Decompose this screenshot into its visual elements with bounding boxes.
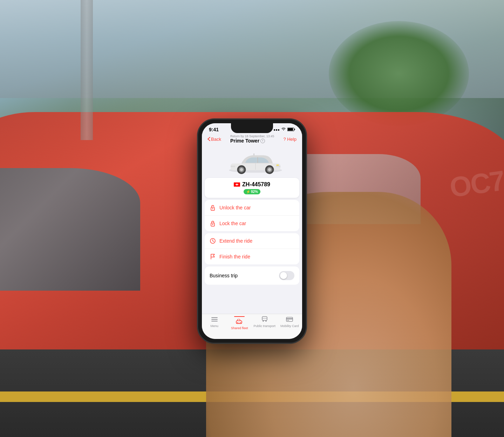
nav-bar: Back Return by 18 September, 13:45 Prime…	[202, 134, 302, 146]
flag-icon	[210, 254, 216, 260]
phone-shell: 9:41 ●●● Back Return b	[198, 119, 306, 343]
battery-badge: ⚡ 92%	[244, 189, 260, 194]
phone: 9:41 ●●● Back Return b	[198, 119, 306, 343]
menu-tab-icon	[211, 316, 218, 324]
battery-bolt-icon: ⚡	[246, 190, 250, 194]
svg-rect-39	[286, 318, 293, 319]
pillar	[81, 0, 93, 140]
car-info-card: ZH-445789 ⚡ 92%	[205, 178, 299, 198]
car-display	[202, 146, 302, 178]
battery-icon	[287, 127, 295, 132]
nav-subtitle: Return by 18 September, 13:45	[230, 134, 274, 138]
phone-notch	[231, 123, 273, 133]
tab-menu[interactable]: Menu	[202, 316, 227, 328]
help-icon: ?	[283, 137, 286, 142]
business-trip-label: Business trip	[210, 273, 238, 278]
wifi-icon	[281, 127, 286, 132]
back-button[interactable]: Back	[207, 137, 221, 142]
svg-point-31	[240, 323, 241, 324]
mobility-card-tab-icon	[286, 316, 293, 324]
shared-fleet-tab-label: Shared fleet	[231, 326, 248, 330]
back-label: Back	[211, 137, 221, 142]
svg-point-20	[212, 208, 213, 209]
clock-icon	[210, 238, 216, 244]
extend-ride-item[interactable]: Extend the ride	[205, 233, 299, 249]
phone-screen: 9:41 ●●● Back Return b	[202, 123, 302, 339]
public-transport-tab-label: Public transport	[253, 324, 275, 328]
battery-level: 92%	[251, 190, 258, 194]
menu-section-2: Extend the ride Finish the ride	[205, 233, 299, 264]
business-trip-toggle[interactable]	[279, 271, 294, 280]
finish-ride-label: Finish the ride	[219, 254, 250, 259]
unlock-car-label: Unlock the car	[219, 205, 251, 210]
shared-fleet-tab-icon	[236, 318, 243, 326]
tab-mobility-card[interactable]: Mobility Card	[277, 316, 302, 328]
business-trip-row: Business trip	[205, 266, 299, 285]
lock-car-item[interactable]: Lock the car	[205, 216, 299, 231]
nav-title: Prime Tower i	[230, 138, 274, 144]
svg-rect-1	[288, 128, 293, 131]
svg-rect-40	[287, 320, 289, 321]
lock-car-label: Lock the car	[219, 221, 246, 226]
car-image	[224, 148, 280, 176]
help-button[interactable]: ? Help	[283, 137, 297, 142]
status-time: 9:41	[209, 127, 219, 132]
extend-ride-label: Extend the ride	[219, 238, 252, 244]
bg-left-car	[0, 168, 140, 291]
svg-rect-11	[276, 166, 280, 167]
svg-rect-18	[236, 184, 238, 185]
public-transport-tab-icon	[261, 316, 268, 324]
swiss-flag	[234, 182, 240, 187]
nav-center: Return by 18 September, 13:45 Prime Towe…	[230, 134, 274, 144]
unlock-car-item[interactable]: Unlock the car	[205, 200, 299, 216]
tab-shared-fleet[interactable]: Shared fleet	[227, 316, 252, 330]
tab-public-transport[interactable]: Public transport	[252, 316, 277, 328]
plate-number: ZH-445789	[242, 181, 270, 188]
finish-ride-item[interactable]: Finish the ride	[205, 249, 299, 264]
svg-point-10	[268, 168, 271, 171]
toggle-thumb	[280, 272, 287, 279]
menu-tab-label: Menu	[210, 324, 218, 328]
svg-rect-13	[231, 166, 235, 167]
svg-point-22	[212, 224, 213, 225]
bg-trees	[329, 21, 469, 126]
signal-icon: ●●●	[273, 128, 280, 132]
status-icons: ●●●	[273, 127, 295, 132]
active-indicator	[234, 316, 245, 317]
info-icon[interactable]: i	[260, 139, 265, 143]
tab-bar: Menu Shared fl	[202, 314, 302, 339]
svg-point-30	[237, 323, 238, 324]
lock-icon	[210, 220, 216, 227]
unlock-icon	[210, 204, 216, 211]
menu-section-1: Unlock the car Lock the car	[205, 200, 299, 231]
svg-rect-12	[277, 165, 279, 166]
svg-point-7	[240, 168, 243, 171]
mobility-card-tab-label: Mobility Card	[280, 324, 299, 328]
plate-row: ZH-445789	[234, 181, 270, 188]
